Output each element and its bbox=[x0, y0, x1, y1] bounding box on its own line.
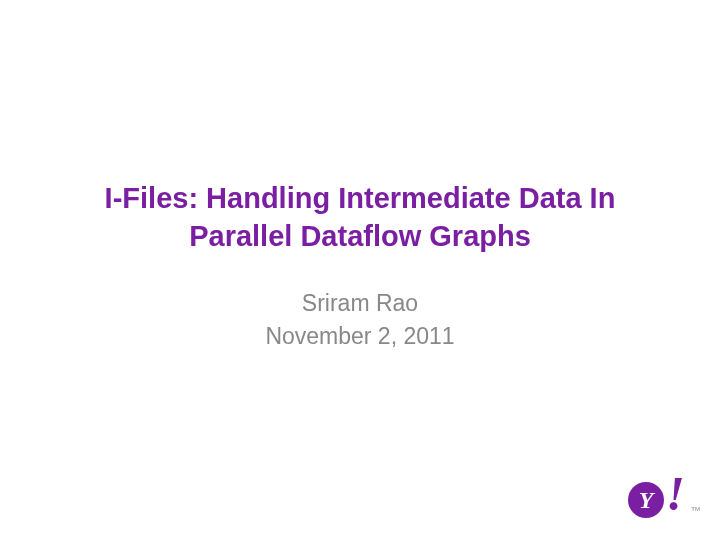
slide-container: I-Files: Handling Intermediate Data In P… bbox=[0, 0, 720, 540]
logo-circle: Y bbox=[628, 482, 664, 518]
logo-exclaim-icon: ! bbox=[666, 470, 685, 518]
slide-title: I-Files: Handling Intermediate Data In P… bbox=[50, 180, 670, 255]
slide-date: November 2, 2011 bbox=[265, 323, 454, 350]
slide-author: Sriram Rao bbox=[302, 290, 418, 317]
logo-letter: Y bbox=[639, 487, 654, 514]
logo-trademark: TM bbox=[691, 506, 700, 512]
yahoo-logo: Y ! TM bbox=[620, 474, 698, 522]
